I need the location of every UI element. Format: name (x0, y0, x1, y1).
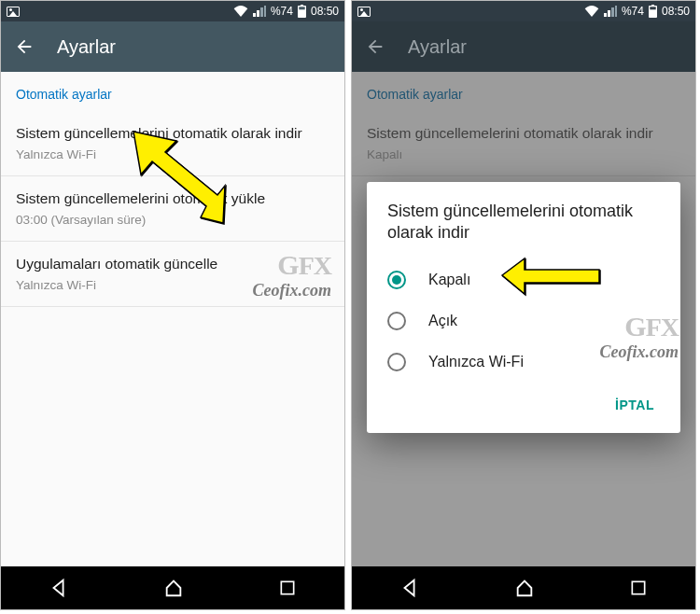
svg-rect-3 (650, 7, 655, 9)
nav-bar (1, 566, 344, 609)
radio-option-off[interactable]: Kapalı (387, 259, 660, 300)
nav-back-icon[interactable] (399, 578, 420, 598)
nav-home-icon[interactable] (163, 578, 184, 598)
section-header: Otomatik ayarlar (352, 72, 695, 111)
nav-recent-icon[interactable] (278, 579, 297, 597)
dialog-title: Sistem güncellemelerini otomatik olarak … (387, 201, 660, 244)
cancel-button[interactable]: İPTAL (609, 390, 660, 420)
phone-right: %74 08:50 Ayarlar Otomatik ayarlar Siste… (351, 0, 696, 610)
radio-icon (387, 353, 406, 371)
setting-subtitle: Yalnızca Wi-Fi (16, 147, 329, 161)
status-bar: %74 08:50 (352, 1, 695, 21)
setting-title: Sistem güncellemelerini otomatik olarak … (367, 124, 680, 144)
radio-icon (387, 271, 406, 289)
wifi-icon (233, 6, 248, 17)
signal-icon (604, 6, 617, 17)
radio-icon (387, 312, 406, 330)
radio-option-on[interactable]: Açık (387, 300, 660, 342)
battery-icon (649, 5, 657, 18)
clock: 08:50 (662, 5, 690, 18)
setting-subtitle: Yalnızca Wi-Fi (16, 278, 329, 292)
setting-title: Sistem güncellemelerini otomatik yükle (16, 189, 329, 209)
back-icon[interactable] (365, 36, 385, 57)
setting-auto-install[interactable]: Sistem güncellemelerini otomatik yükle 0… (1, 176, 344, 242)
svg-rect-4 (633, 581, 645, 593)
wifi-icon (584, 6, 599, 17)
nav-home-icon[interactable] (514, 578, 535, 598)
clock: 08:50 (311, 5, 339, 18)
setting-auto-download[interactable]: Sistem güncellemelerini otomatik olarak … (1, 111, 344, 176)
nav-recent-icon[interactable] (629, 579, 648, 597)
dialog-auto-download: Sistem güncellemelerini otomatik olarak … (367, 182, 680, 433)
nav-back-icon[interactable] (49, 578, 69, 598)
setting-app-auto-update[interactable]: Uygulamaları otomatik güncelle Yalnızca … (1, 242, 344, 307)
svg-rect-0 (299, 7, 304, 9)
signal-icon (253, 6, 266, 17)
setting-auto-download: Sistem güncellemelerini otomatik olarak … (352, 111, 695, 176)
radio-label: Açık (428, 313, 457, 329)
status-bar: %74 08:50 (1, 1, 344, 21)
setting-title: Sistem güncellemelerini otomatik olarak … (16, 124, 329, 144)
picture-icon (7, 7, 20, 17)
section-header: Otomatik ayarlar (1, 72, 344, 111)
app-bar: Ayarlar (352, 21, 695, 72)
page-title: Ayarlar (408, 36, 467, 58)
battery-percent: %74 (271, 5, 293, 18)
dialog-actions: İPTAL (387, 383, 660, 426)
content-area: Otomatik ayarlar Sistem güncellemelerini… (1, 72, 344, 566)
setting-subtitle: Kapalı (367, 147, 680, 161)
battery-icon (298, 5, 306, 18)
battery-percent: %74 (622, 5, 644, 18)
picture-icon (357, 7, 371, 17)
setting-title: Uygulamaları otomatik güncelle (16, 255, 329, 274)
app-bar: Ayarlar (1, 21, 344, 72)
setting-subtitle: 03:00 (Varsayılan süre) (16, 213, 329, 227)
back-icon[interactable] (14, 36, 35, 57)
svg-rect-1 (282, 581, 294, 593)
radio-label: Kapalı (428, 272, 470, 288)
radio-option-wifi-only[interactable]: Yalnızca Wi-Fi (387, 342, 660, 383)
phone-left: %74 08:50 Ayarlar Otomatik ayarlar Siste… (0, 0, 345, 610)
nav-bar (352, 566, 695, 609)
page-title: Ayarlar (57, 36, 116, 58)
radio-label: Yalnızca Wi-Fi (428, 354, 524, 370)
